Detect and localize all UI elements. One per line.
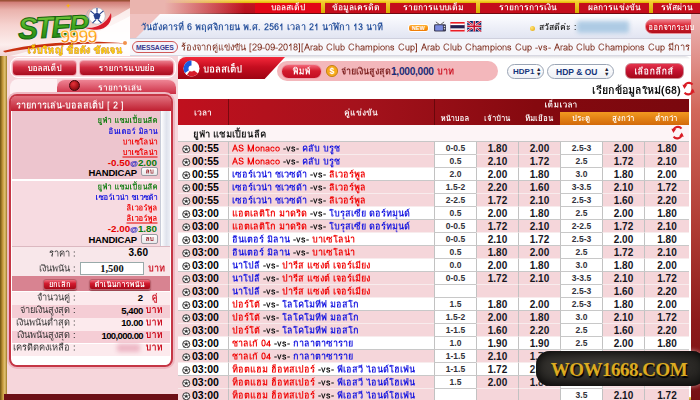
svg-text:$: $ bbox=[330, 66, 335, 76]
svg-text:9999: 9999 bbox=[60, 26, 97, 47]
